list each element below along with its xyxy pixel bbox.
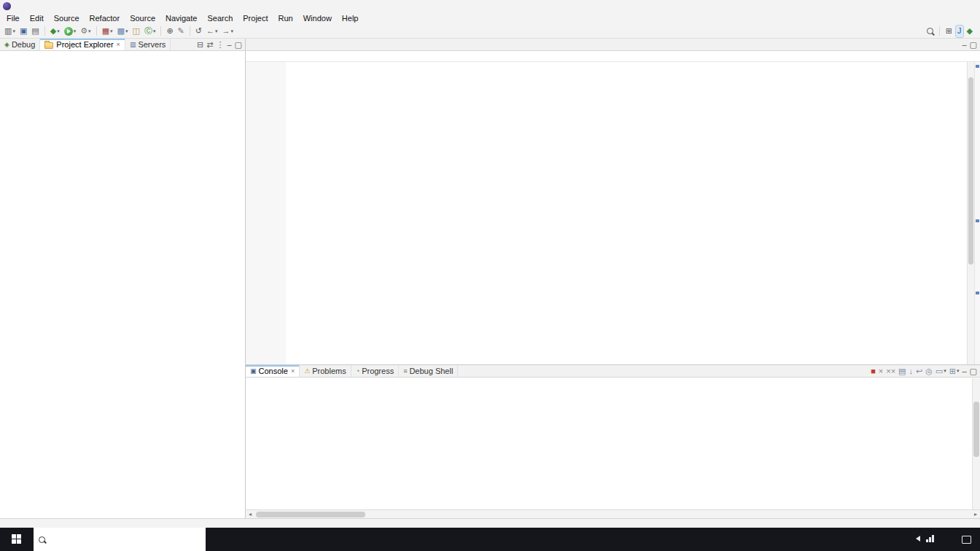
project-explorer-panel: ◈DebugProject Explorer×▥Servers ⊟⇄⋮–▢ [0, 39, 246, 518]
maximize-editor-icon[interactable]: ▢ [968, 39, 979, 50]
menu-edit[interactable]: Edit [25, 14, 49, 23]
menu-source[interactable]: Source [49, 14, 85, 23]
menu-source[interactable]: Source [125, 14, 160, 23]
debug-perspective-icon[interactable]: ◆ [965, 26, 974, 37]
editor-scrollbar[interactable] [967, 62, 974, 364]
overview-mark [976, 65, 979, 68]
new-java-project-icon[interactable]: ▩▾ [116, 26, 130, 37]
menu-refactor[interactable]: Refactor [85, 14, 125, 23]
scroll-right-icon[interactable]: ▸ [971, 511, 980, 517]
notifications-icon [962, 536, 971, 544]
debug-icon[interactable]: ◆▾ [49, 26, 61, 37]
console-scrollbar[interactable] [972, 378, 980, 509]
minimize-view-icon[interactable]: – [960, 365, 968, 377]
collapse-all-icon[interactable]: ⊟ [195, 39, 205, 50]
quick-search-icon[interactable] [925, 26, 935, 37]
menu-file[interactable]: File [1, 14, 25, 23]
display-selected-console-icon[interactable]: ▭▾ [934, 365, 948, 377]
view-tab-project-explorer[interactable]: Project Explorer× [40, 39, 125, 50]
new-class-icon[interactable]: Ⓒ▾ [143, 26, 158, 37]
print-icon[interactable]: ▤ [30, 26, 40, 37]
run-icon[interactable]: ▾ [63, 26, 78, 37]
view-tab-label: Progress [362, 367, 394, 375]
coverage-icon[interactable]: ▦▾ [101, 26, 114, 37]
menu-project[interactable]: Project [238, 14, 273, 23]
editor-and-console: –▢ ▣Console×⚠Problems◔P [246, 39, 980, 518]
toolbar-left-group: ▥▾▣▤◆▾▾⚙▾▦▾▩▾◫Ⓒ▾⊕✎↺←▾→▾ [3, 26, 235, 37]
network-icon[interactable] [924, 535, 936, 544]
open-search-icon[interactable]: ⊕ [165, 26, 174, 37]
view-tab-debug[interactable]: ◈Debug [0, 39, 40, 50]
view-tab-servers[interactable]: ▥Servers [125, 39, 171, 50]
minimize-view-icon[interactable]: – [225, 39, 233, 50]
maximize-view-icon[interactable]: ▢ [968, 365, 979, 377]
java-perspective-icon[interactable]: J [956, 26, 963, 37]
toolbar-separator [939, 26, 940, 36]
status-bar [0, 518, 980, 528]
eclipse-logo-icon [3, 2, 11, 10]
search-input[interactable] [50, 535, 178, 544]
scroll-lock-icon[interactable]: ↓ [907, 365, 914, 377]
search-icon [39, 536, 45, 543]
clear-console-icon[interactable]: ▤ [897, 365, 907, 377]
menu-run[interactable]: Run [273, 14, 298, 23]
back-icon[interactable]: ←▾ [205, 26, 219, 37]
close-icon[interactable]: × [117, 41, 120, 48]
maximize-button[interactable] [936, 0, 958, 12]
overview-mark [976, 219, 979, 222]
view-tab-progress[interactable]: ◔Progress [351, 365, 399, 377]
view-tab-label: Servers [138, 40, 166, 49]
save-icon[interactable]: ▣ [18, 26, 28, 37]
forward-icon[interactable]: →▾ [221, 26, 236, 37]
editor-scrollbar-thumb[interactable] [968, 77, 973, 265]
new-wizard-icon[interactable]: ▥▾ [3, 26, 17, 37]
toolbar-separator [190, 26, 190, 36]
taskbar-search[interactable] [34, 528, 206, 551]
console-hscroll-thumb[interactable] [256, 512, 365, 517]
view-tab-label: Debug Shell [409, 367, 453, 375]
view-tab-label: Debug [12, 40, 35, 49]
open-perspective-icon[interactable]: ⊞ [944, 26, 954, 37]
problems-icon: ⚠ [304, 368, 310, 375]
new-package-icon[interactable]: ◫ [131, 26, 141, 37]
last-edit-location-icon[interactable]: ↺ [194, 26, 203, 37]
minimize-button[interactable] [914, 0, 936, 12]
remove-all-launches-icon[interactable]: ×× [884, 365, 897, 377]
close-icon[interactable]: × [291, 367, 295, 375]
code-editor[interactable] [246, 62, 967, 364]
console-tabs: ▣Console×⚠Problems◔Progress≡Debug Shell [246, 365, 458, 377]
console-output[interactable] [246, 378, 980, 509]
overview-ruler[interactable] [974, 62, 980, 364]
start-button[interactable] [0, 528, 34, 551]
run-external-tools-icon[interactable]: ⚙▾ [79, 26, 92, 37]
action-center-button[interactable] [956, 536, 976, 544]
view-tab-console[interactable]: ▣Console× [246, 365, 300, 377]
explorer-toolbar: ⊟⇄⋮–▢ [195, 39, 245, 50]
menu-search[interactable]: Search [202, 14, 238, 23]
menu-help[interactable]: Help [337, 14, 364, 23]
maximize-view-icon[interactable]: ▢ [233, 39, 244, 50]
project-explorer-icon [44, 42, 53, 49]
menu-navigate[interactable]: Navigate [160, 14, 202, 23]
close-button[interactable] [958, 0, 980, 12]
open-console-icon[interactable]: ⊞▾ [948, 365, 961, 377]
terminate-icon[interactable]: ■ [869, 365, 877, 377]
view-tab-problems[interactable]: ⚠Problems [300, 365, 351, 377]
windows-logo-icon [12, 534, 22, 544]
explorer-tab-bar: ◈DebugProject Explorer×▥Servers ⊟⇄⋮–▢ [0, 39, 245, 51]
remove-launch-icon[interactable]: × [877, 365, 884, 377]
mark-occurrences-icon[interactable]: ✎ [176, 26, 186, 37]
menu-window[interactable]: Window [298, 14, 337, 23]
scroll-left-icon[interactable]: ◂ [246, 511, 254, 517]
view-menu-icon[interactable]: ⋮ [214, 39, 225, 50]
console-scrollbar-thumb[interactable] [973, 402, 979, 457]
word-wrap-icon[interactable]: ↩ [914, 365, 924, 377]
pin-console-icon[interactable]: ◎ [924, 365, 934, 377]
link-with-editor-icon[interactable]: ⇄ [205, 39, 214, 50]
title-bar [0, 0, 980, 12]
console-hscrollbar[interactable]: ◂ ▸ [246, 509, 980, 518]
project-tree[interactable] [0, 51, 245, 518]
view-tab-debug-shell[interactable]: ≡Debug Shell [399, 365, 458, 377]
minimize-editor-icon[interactable]: – [960, 39, 968, 50]
volume-icon[interactable] [911, 536, 924, 544]
